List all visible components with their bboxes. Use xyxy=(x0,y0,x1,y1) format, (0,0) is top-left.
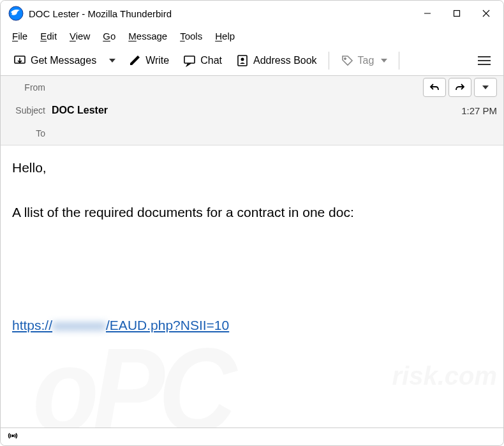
titlebar: DOC Lester - Mozilla Thunderbird xyxy=(1,1,503,26)
body-greeting: Hello, xyxy=(12,158,492,177)
menu-go[interactable]: Go xyxy=(98,29,121,43)
chat-button[interactable]: Chat xyxy=(177,50,228,71)
get-messages-button[interactable]: Get Messages xyxy=(7,50,103,71)
statusbar xyxy=(1,427,503,445)
from-row: From xyxy=(1,76,503,99)
svg-rect-7 xyxy=(184,56,195,63)
reply-button[interactable] xyxy=(423,78,446,97)
hamburger-icon xyxy=(478,56,491,65)
menu-message[interactable]: Message xyxy=(123,29,172,43)
message-headers: From Subject DOC Lester 1:27 PM To xyxy=(1,76,503,145)
svg-point-9 xyxy=(241,57,244,61)
subject-label: Subject xyxy=(7,105,52,115)
subject-row: Subject DOC Lester 1:27 PM xyxy=(1,99,503,122)
message-body: oPC Hello, A llist of the required docum… xyxy=(1,145,503,420)
subject-value: DOC Lester xyxy=(52,105,455,116)
tag-button[interactable]: Tag xyxy=(334,50,394,71)
chevron-down-icon xyxy=(109,59,115,63)
to-row: To xyxy=(1,122,503,145)
address-book-button[interactable]: Address Book xyxy=(230,50,323,71)
write-button[interactable]: Write xyxy=(122,50,175,71)
toolbar-separator xyxy=(329,52,329,70)
chevron-down-icon xyxy=(381,59,387,63)
chevron-down-icon xyxy=(482,85,489,89)
menu-help[interactable]: Help xyxy=(210,29,240,43)
app-menu-button[interactable] xyxy=(471,52,497,69)
connection-icon[interactable] xyxy=(7,430,19,444)
tag-label: Tag xyxy=(358,55,374,66)
menu-file[interactable]: File xyxy=(7,29,33,43)
forward-button[interactable] xyxy=(448,78,471,97)
body-text: A llist of the required documents for a … xyxy=(12,203,492,222)
more-actions-button[interactable] xyxy=(474,78,497,97)
menubar: File Edit View Go Message Tools Help xyxy=(1,26,503,45)
menu-view[interactable]: View xyxy=(64,29,95,43)
message-time: 1:27 PM xyxy=(455,105,497,116)
thunderbird-icon xyxy=(8,6,24,21)
get-messages-label: Get Messages xyxy=(31,55,96,66)
from-label: From xyxy=(7,82,52,93)
minimize-button[interactable] xyxy=(413,1,442,26)
chat-icon xyxy=(183,54,196,67)
address-book-icon xyxy=(236,54,249,67)
menu-tools[interactable]: Tools xyxy=(175,29,207,43)
toolbar: Get Messages Write Chat Address Book Tag xyxy=(1,45,503,76)
close-button[interactable] xyxy=(471,1,501,26)
window-title: DOC Lester - Mozilla Thunderbird xyxy=(29,8,172,19)
write-label: Write xyxy=(145,55,169,66)
chat-label: Chat xyxy=(200,55,222,66)
svg-point-11 xyxy=(11,435,14,437)
watermark-sub: risk.com xyxy=(392,357,497,394)
toolbar-separator xyxy=(399,52,399,70)
menu-edit[interactable]: Edit xyxy=(35,29,62,43)
maximize-button[interactable] xyxy=(442,1,471,26)
inbox-download-icon xyxy=(13,54,26,67)
get-messages-dropdown[interactable] xyxy=(104,55,121,66)
svg-point-10 xyxy=(344,57,346,59)
tag-icon xyxy=(341,54,353,67)
pencil-icon xyxy=(128,54,141,67)
body-link[interactable]: https://xxxxxxxx/EAUD.php?NSII=10 xyxy=(12,316,229,335)
svg-rect-3 xyxy=(454,11,460,17)
to-label: To xyxy=(7,128,52,138)
address-book-label: Address Book xyxy=(253,55,317,66)
